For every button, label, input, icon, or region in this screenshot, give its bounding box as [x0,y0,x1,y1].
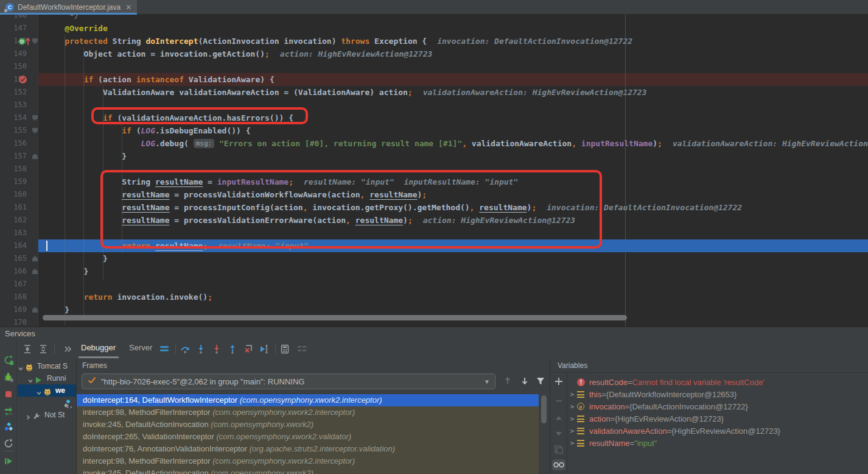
close-icon[interactable]: ✕ [125,4,131,11]
code-line-153[interactable]: 153 [0,99,868,111]
rerun-icon[interactable] [4,355,13,365]
chevron-down-icon[interactable] [36,387,43,394]
prev-frame-icon[interactable] [503,376,513,386]
frames-scrollbar[interactable] [539,394,550,474]
breakpoint-icon[interactable] [18,75,27,87]
force-step-into-icon[interactable] [212,344,222,354]
code-line-167[interactable]: 167 [0,278,868,291]
fold-marker[interactable] [32,38,38,44]
code-line-146[interactable]: 146 */ [0,15,868,22]
chevron-right-icon[interactable]: > [567,403,577,411]
code-line-166[interactable]: 166 } [0,265,868,278]
code-editor[interactable]: 146 */147 @Override148 protected String … [0,15,868,327]
services-tree-item[interactable] [18,397,76,409]
tab-server[interactable]: Server [129,343,152,352]
code-line-160[interactable]: 160 resultName = processValidationWorkfl… [0,188,868,201]
code-line-168[interactable]: 168 return invocation.invoke(); [0,291,868,303]
editor-tab[interactable]: C DefaultWorkflowInterceptor.java ✕ [0,0,137,15]
add-watch-icon[interactable] [554,377,564,386]
code-line-150[interactable]: 150 [0,60,868,73]
overriding-method-icon[interactable] [18,37,33,48]
services-tree-item[interactable]: we [18,384,76,397]
code-line-147[interactable]: 147 @Override [0,22,868,35]
toolbar-separator [54,344,55,354]
threads-view-icon[interactable] [159,344,169,354]
stop-icon[interactable] [4,389,13,399]
thread-selector[interactable]: "http-bio-7026-exec-5"@2,062 in group "m… [82,373,495,389]
collapse-all-icon[interactable] [38,344,48,354]
stack-frame[interactable]: intercept:98, MethodFilterInterceptor (c… [77,455,539,467]
code-line-162[interactable]: 162 resultName = processValidationErrorA… [0,214,868,227]
code-line-148[interactable]: 148 protected String doIntercept(ActionI… [0,35,868,48]
code-line-158[interactable]: 158 [0,163,868,175]
stack-frame[interactable]: doIntercept:164, DefaultWorkflowIntercep… [77,394,539,406]
fold-marker[interactable] [32,115,38,121]
chevron-right-icon[interactable] [25,412,32,418]
code-text: } [46,252,108,265]
code-line-169[interactable]: 169 } [0,303,868,316]
variable-row[interactable]: >action = {HighEvReviewAction@12723} [567,412,868,425]
code-line-164[interactable]: 164 return resultName;resultName: "input… [0,239,868,252]
drop-frame-icon[interactable] [243,344,253,354]
variable-row[interactable]: >pinvocation = {DefaultActionInvocation@… [567,400,868,412]
services-tree-item[interactable]: Not St [18,409,76,421]
refresh-icon[interactable] [4,439,13,448]
stack-frame[interactable]: intercept:98, MethodFilterInterceptor (c… [77,406,539,419]
next-frame-icon[interactable] [520,376,530,386]
fold-marker[interactable] [32,307,38,313]
variable-row[interactable]: !resultCode = Cannot find local variable… [567,376,868,388]
run-to-cursor-icon[interactable] [259,344,269,354]
code-line-165[interactable]: 165 } [0,252,868,265]
chevron-right-icon[interactable]: > [567,427,577,435]
code-line-149[interactable]: 149 Object action = invocation.getAction… [0,48,868,60]
stack-frame[interactable]: invoke:245, DefaultActionInvocation (com… [77,419,539,431]
filter-icon[interactable] [536,376,545,386]
chevron-down-icon[interactable] [18,363,25,369]
horizontal-scrollbar[interactable] [43,315,627,320]
code-line-151[interactable]: 151 if (action instanceof ValidationAwar… [0,73,868,86]
code-line-161[interactable]: 161 resultName = processInputConfig(acti… [0,201,868,214]
move-down-icon[interactable] [554,429,564,439]
remove-watch-icon[interactable] [554,396,564,406]
chevron-right-icon[interactable]: > [567,391,577,398]
code-line-157[interactable]: 157 } [0,150,868,163]
stack-frame[interactable]: doIntercept:265, ValidationInterceptor (… [77,431,539,443]
expand-all-icon[interactable] [23,344,32,354]
resume-icon[interactable] [4,456,13,466]
fold-marker[interactable] [32,256,38,261]
fold-marker[interactable] [32,154,38,159]
stack-frame[interactable]: doIntercept:76, AnnotationValidationInte… [77,443,539,455]
stack-frame[interactable]: invoke:245, DefaultActionInvocation (com… [77,467,539,474]
step-out-icon[interactable] [228,344,237,354]
step-into-icon[interactable] [196,344,206,354]
services-tree-item[interactable]: Tomcat S [18,360,76,372]
evaluate-expression-icon[interactable] [280,344,290,354]
step-over-icon[interactable] [180,344,190,354]
fold-marker[interactable] [32,128,38,133]
code-line-155[interactable]: 155 if (LOG.isDebugEnabled()) { [0,124,868,137]
services-tree-item[interactable]: Runni [18,372,76,384]
code-line-163[interactable]: 163 [0,227,868,239]
code-line-154[interactable]: 154 if (validationAwareAction.hasErrors(… [0,111,868,124]
code-line-159[interactable]: 159 String resultName = inputResultName;… [0,175,868,188]
variable-row[interactable]: >validationAwareAction = {HighEvReviewAc… [567,425,868,437]
layout-settings-icon[interactable] [297,344,307,354]
variable-row[interactable]: >resultName = "input" [567,437,868,449]
show-watches-icon[interactable] [552,459,565,470]
fold-marker[interactable] [32,269,38,274]
code-text: */ [46,15,79,22]
code-line-156[interactable]: 156 LOG.debug( msg: "Errors on action [#… [0,137,868,150]
move-up-icon[interactable] [554,413,564,423]
tab-debugger[interactable]: Debugger [81,343,116,352]
duplicate-icon[interactable] [554,445,564,455]
code-line-152[interactable]: 152 ValidationAware validationAwareActio… [0,86,868,99]
debug-icon[interactable] [4,372,13,382]
chevron-right-icon[interactable]: > [567,439,577,447]
redeploy-icon[interactable] [4,406,13,416]
chevron-right-icon[interactable]: > [567,415,577,423]
chevron-double-icon[interactable] [63,344,72,354]
frames-scrollbar-thumb[interactable] [541,395,547,423]
services-icon[interactable] [4,422,13,432]
variable-row[interactable]: >this = {DefaultWorkflowInterceptor@1265… [567,388,868,400]
chevron-down-icon[interactable] [27,375,35,381]
